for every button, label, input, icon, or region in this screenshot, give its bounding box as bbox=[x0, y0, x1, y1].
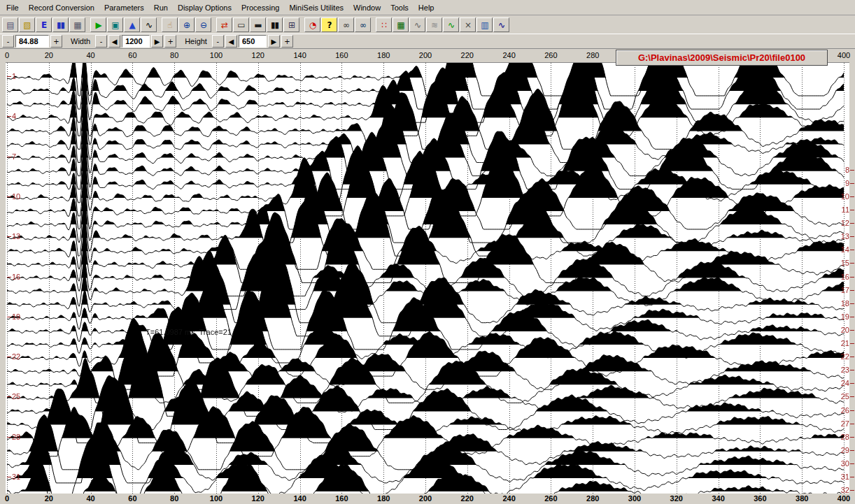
time-tick-label: 260 bbox=[544, 494, 557, 503]
waveform-button[interactable]: ∿ bbox=[141, 17, 157, 32]
width-increase-button[interactable]: + bbox=[164, 35, 176, 48]
swap-polarity-button[interactable]: ⇄ bbox=[216, 17, 232, 32]
multi-curve-icon: ≋ bbox=[431, 21, 437, 29]
menu-display-options[interactable]: Display Options bbox=[173, 1, 236, 14]
gauge-button[interactable]: ◔ bbox=[304, 17, 320, 32]
equalizer-button[interactable]: ▥ bbox=[476, 17, 493, 32]
pause-button[interactable]: ▮▮ bbox=[52, 17, 69, 32]
time-tick-label: 200 bbox=[419, 494, 432, 503]
trace-number-left: 25 bbox=[7, 392, 20, 401]
print-icon: ▦ bbox=[73, 21, 80, 29]
scale-increase-button[interactable]: + bbox=[50, 35, 62, 48]
open-folder-icon: ▧ bbox=[23, 21, 30, 29]
time-tick-label: 320 bbox=[670, 494, 683, 503]
smooth-curve-button[interactable]: ∿ bbox=[493, 17, 509, 32]
time-tick-label: 120 bbox=[252, 494, 264, 503]
menu-parameters[interactable]: Parameters bbox=[99, 1, 149, 14]
height-label: Height bbox=[185, 37, 207, 45]
new-file-icon: ▤ bbox=[6, 21, 13, 29]
trace-number-left: 19 bbox=[7, 312, 20, 322]
wiggle-trace-button[interactable]: ∿ bbox=[409, 17, 425, 32]
menu-miniseis-utilites[interactable]: MiniSeis Utilites bbox=[284, 1, 348, 14]
trace-number-right: 30 bbox=[836, 459, 854, 468]
trace-number-right: 12 bbox=[836, 219, 854, 228]
trace-number-left: 7 bbox=[7, 152, 16, 161]
time-tick-label: 180 bbox=[377, 51, 390, 59]
green-curve-button[interactable]: ∿ bbox=[443, 17, 459, 32]
new-file-button[interactable]: ▤ bbox=[2, 17, 18, 32]
menu-processing[interactable]: Processing bbox=[236, 1, 284, 14]
print-button[interactable]: ▦ bbox=[69, 17, 85, 32]
swap-polarity-icon: ⇄ bbox=[221, 21, 227, 29]
window-button[interactable]: ▣ bbox=[107, 17, 123, 32]
trace-number-right: 17 bbox=[836, 286, 854, 295]
wiggle-trace-icon: ∿ bbox=[414, 21, 421, 29]
height-next-button[interactable]: ▶ bbox=[268, 35, 280, 48]
menu-window[interactable]: Window bbox=[348, 1, 386, 14]
height-input[interactable] bbox=[239, 35, 267, 48]
edit-e-button[interactable]: E bbox=[36, 17, 52, 32]
cascade-windows-button[interactable]: ⊞ bbox=[283, 17, 299, 32]
scale-input[interactable] bbox=[15, 35, 49, 48]
trace-number-right: 28 bbox=[836, 433, 854, 442]
trace-number-right: 31 bbox=[836, 473, 854, 482]
time-tick-label: 100 bbox=[210, 51, 222, 59]
menu-bar: FileRecord ConversionParametersRunDispla… bbox=[0, 0, 855, 15]
trace-number-right: 26 bbox=[836, 406, 854, 415]
rect-outline-icon: ▭ bbox=[237, 21, 244, 29]
time-tick-label: 60 bbox=[128, 51, 136, 59]
seismic-record-plot[interactable] bbox=[6, 62, 849, 494]
smooth-curve-icon: ∿ bbox=[498, 21, 504, 29]
open-folder-button[interactable]: ▧ bbox=[19, 17, 35, 32]
trace-number-right: 14 bbox=[836, 245, 854, 254]
time-tick-label: 340 bbox=[712, 494, 724, 503]
scale-decrease-button[interactable]: - bbox=[2, 35, 14, 48]
cross-curves-button[interactable]: × bbox=[460, 17, 476, 32]
menu-run[interactable]: Run bbox=[149, 1, 173, 14]
window-icon: ▣ bbox=[111, 21, 118, 29]
trace-number-right: 21 bbox=[836, 339, 854, 348]
menu-tools[interactable]: Tools bbox=[386, 1, 414, 14]
time-tick-label: 160 bbox=[335, 51, 348, 59]
menu-file[interactable]: File bbox=[1, 1, 24, 14]
trace-number-left: 13 bbox=[7, 232, 20, 241]
time-tick-label: 240 bbox=[502, 51, 515, 59]
multi-curve-button[interactable]: ≋ bbox=[426, 17, 442, 32]
width-decrease-button[interactable]: - bbox=[95, 35, 107, 48]
bars-button[interactable]: ▮▮ bbox=[267, 17, 283, 32]
grid-chart-icon: ▦ bbox=[397, 21, 404, 29]
trace-number-left: 4 bbox=[7, 112, 16, 121]
time-tick-label: 400 bbox=[838, 51, 850, 59]
zoom-out-button[interactable]: ⊖ bbox=[195, 17, 211, 32]
grid-chart-button[interactable]: ▦ bbox=[393, 17, 409, 32]
height-increase-button[interactable]: + bbox=[281, 35, 293, 48]
width-next-button[interactable]: ▶ bbox=[151, 35, 163, 48]
cascade-windows-icon: ⊞ bbox=[288, 21, 295, 29]
zoom-in-button[interactable]: ⊕ bbox=[178, 17, 195, 32]
help-button[interactable]: ? bbox=[321, 17, 337, 32]
bars-icon: ▮▮ bbox=[271, 21, 278, 29]
menu-record-conversion[interactable]: Record Conversion bbox=[24, 1, 99, 14]
plot-triangle-button[interactable]: ▲ bbox=[124, 17, 140, 32]
pan-hand-button[interactable]: ☝ bbox=[162, 17, 178, 32]
menu-help[interactable]: Help bbox=[414, 1, 439, 14]
width-prev-button[interactable]: ◀ bbox=[108, 35, 120, 48]
time-tick-label: 60 bbox=[128, 494, 136, 503]
find-button[interactable]: ∞ bbox=[338, 17, 354, 32]
gauge-icon: ◔ bbox=[309, 21, 316, 29]
height-prev-button[interactable]: ◀ bbox=[225, 35, 237, 48]
zoom-in-icon: ⊕ bbox=[183, 21, 190, 29]
trace-number-right: 25 bbox=[836, 392, 854, 401]
time-tick-label: 400 bbox=[838, 494, 850, 503]
height-decrease-button[interactable]: - bbox=[212, 35, 224, 48]
width-input[interactable] bbox=[122, 35, 150, 48]
scatter-chart-button[interactable]: ∷ bbox=[376, 17, 392, 32]
trace-number-right: 23 bbox=[836, 366, 854, 375]
rect-outline-button[interactable]: ▭ bbox=[233, 17, 249, 32]
rect-filled-button[interactable]: ▬ bbox=[250, 17, 266, 32]
equalizer-icon: ▥ bbox=[481, 21, 488, 29]
find-in-file-button[interactable]: ∞ bbox=[355, 17, 371, 32]
edit-e-icon: E bbox=[41, 21, 46, 29]
cross-curves-icon: × bbox=[465, 21, 471, 29]
run-button[interactable]: ▶ bbox=[90, 17, 106, 32]
